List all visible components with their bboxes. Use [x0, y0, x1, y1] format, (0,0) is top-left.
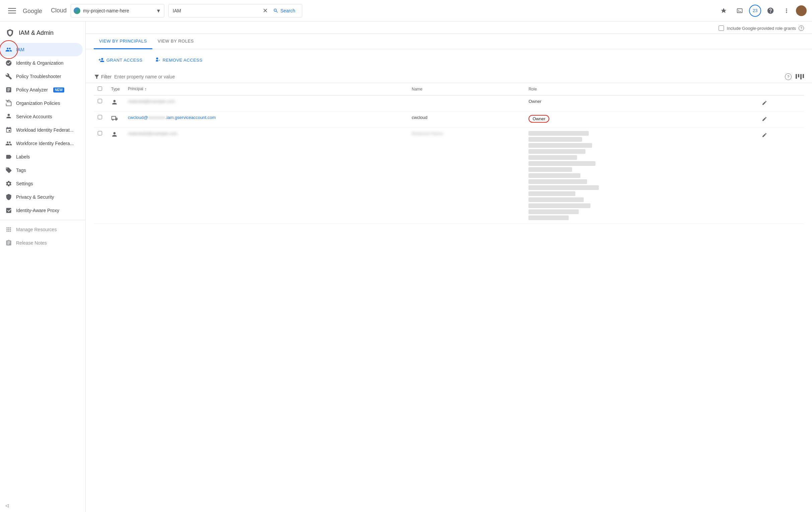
columns-toggle[interactable]: [795, 74, 804, 79]
row1-role: Owner: [524, 96, 756, 112]
row2-type: [107, 112, 124, 128]
sidebar-item-policy-analyzer[interactable]: Policy Analyzer NEW: [0, 83, 83, 97]
sidebar-item-labels[interactable]: Labels: [0, 150, 83, 163]
project-selector[interactable]: my-project-name-here ▾: [70, 4, 164, 18]
blurred-role-13: [528, 204, 590, 208]
tab-view-by-roles[interactable]: VIEW BY ROLES: [152, 34, 199, 49]
person-icon: [111, 99, 118, 106]
filter-help-icon[interactable]: ?: [785, 73, 791, 80]
type-col-label: Type: [111, 87, 120, 91]
hamburger-icon: [8, 7, 16, 15]
sidebar-item-label-proxy: Identity-Aware Proxy: [16, 208, 59, 213]
filter-text: Filter: [101, 74, 112, 79]
sidebar-item-org-policies[interactable]: Organization Policies: [0, 97, 83, 110]
filter-input[interactable]: [114, 74, 450, 79]
policy-analyzer-icon: [5, 86, 12, 93]
row1-checkbox-cell: [94, 96, 107, 112]
sidebar-item-privacy-security[interactable]: Privacy & Security: [0, 190, 83, 204]
sidebar-item-label-iam: IAM: [16, 47, 24, 52]
more-vert-icon: [783, 7, 790, 14]
row2-principal: cwcloud@xxxxxxxx.iam.gserviceaccount.com: [124, 112, 408, 128]
google-cloud-logo[interactable]: Google Cloud: [23, 7, 67, 15]
more-options-button[interactable]: [780, 4, 793, 18]
help-button[interactable]: [764, 4, 777, 18]
tab-principals-label: VIEW BY PRINCIPALS: [99, 38, 147, 44]
row1-checkbox[interactable]: [98, 99, 102, 103]
sidebar-title: IAM & Admin: [19, 29, 54, 36]
iam-nav-icon: [5, 46, 12, 53]
sidebar-item-tags[interactable]: Tags: [0, 163, 83, 177]
blurred-role-15: [528, 215, 569, 220]
sidebar-item-identity-proxy[interactable]: Identity-Aware Proxy: [0, 204, 83, 217]
sidebar-item-label-tags: Tags: [16, 167, 26, 173]
header-actions: [756, 83, 804, 96]
hamburger-button[interactable]: [5, 4, 19, 18]
project-icon: [74, 7, 80, 14]
sidebar-item-workforce-identity[interactable]: Workforce Identity Federa...: [0, 137, 83, 150]
row3-edit-button[interactable]: [760, 131, 768, 140]
tab-view-by-principals[interactable]: VIEW BY PRINCIPALS: [94, 34, 152, 49]
manage-resources-icon: [5, 226, 12, 233]
sidebar-item-label-analyzer: Policy Analyzer: [16, 87, 48, 92]
identity-proxy-icon: [5, 207, 12, 214]
release-notes-icon: [5, 240, 12, 246]
include-grants-help-icon: ?: [799, 25, 804, 31]
sidebar-item-manage-resources[interactable]: Manage Resources: [0, 223, 83, 236]
row3-principal: redacted2@example.com: [124, 128, 408, 224]
include-grants-checkbox[interactable]: [719, 25, 724, 31]
sidebar-item-policy-troubleshooter[interactable]: Policy Troubleshooter: [0, 70, 83, 83]
app-layout: IAM & Admin IAM Identity & Organization: [0, 22, 812, 512]
row3-name: Redacted Name: [408, 128, 524, 224]
topbar-icons: 23: [717, 4, 807, 18]
principals-table: Type Principal ↑ Name Role: [94, 83, 804, 224]
grant-access-button[interactable]: GRANT ACCESS: [94, 55, 147, 65]
sidebar-item-workload-identity[interactable]: Workload Identity Federat...: [0, 123, 83, 137]
search-button[interactable]: Search: [270, 6, 298, 16]
svg-text:Google: Google: [23, 8, 42, 15]
search-label: Search: [281, 8, 295, 14]
row2-checkbox[interactable]: [98, 115, 102, 119]
remove-access-button[interactable]: REMOVE ACCESS: [150, 55, 207, 65]
add-person-icon: [98, 57, 105, 63]
sidebar-item-identity-org[interactable]: Identity & Organization: [0, 56, 83, 70]
gemini-button[interactable]: [717, 4, 730, 18]
grant-access-label: GRANT ACCESS: [107, 58, 143, 63]
row1-edit-button[interactable]: [760, 99, 768, 108]
new-badge: NEW: [53, 87, 64, 92]
tab-roles-label: VIEW BY ROLES: [158, 38, 194, 44]
view-tabs: VIEW BY PRINCIPALS VIEW BY ROLES: [86, 34, 812, 49]
sidebar-item-iam[interactable]: IAM: [0, 43, 83, 56]
org-policies-icon: [5, 100, 12, 107]
sidebar-item-settings[interactable]: Settings: [0, 177, 83, 190]
sidebar-collapse-btn[interactable]: ◁: [0, 499, 85, 512]
sidebar-item-label-manage: Manage Resources: [16, 227, 57, 232]
user-avatar[interactable]: [796, 5, 807, 16]
sidebar-item-label-workload: Workload Identity Federat...: [16, 127, 74, 133]
edit-icon: [762, 116, 767, 122]
sidebar-item-label-identity: Identity & Organization: [16, 60, 64, 66]
owner-badge-highlighted: Owner: [528, 115, 549, 123]
clear-search-icon[interactable]: ✕: [263, 8, 268, 14]
settings-icon: [5, 180, 12, 187]
header-checkbox-cell: [94, 83, 107, 96]
select-all-checkbox[interactable]: [98, 86, 102, 91]
main-content: Include Google-provided role grants ? VI…: [86, 22, 812, 512]
sidebar-divider: [0, 220, 85, 220]
row1-edit-cell: [756, 96, 804, 112]
blurred-role-4: [528, 149, 585, 154]
terminal-button[interactable]: [733, 4, 746, 18]
filter-bar: Filter ?: [86, 71, 812, 83]
blurred-role-10: [528, 185, 599, 190]
table-row: cwcloud@xxxxxxxx.iam.gserviceaccount.com…: [94, 112, 804, 128]
notifications-badge[interactable]: 23: [749, 5, 761, 17]
sidebar-item-service-accounts[interactable]: Service Accounts: [0, 110, 83, 123]
search-input[interactable]: [173, 8, 263, 14]
row2-edit-button[interactable]: [760, 115, 768, 124]
header-principal[interactable]: Principal ↑: [124, 83, 408, 96]
blurred-role-5: [528, 155, 577, 160]
blurred-role-1: [528, 131, 589, 136]
row2-name: cwcloud: [408, 112, 524, 128]
sidebar-item-release-notes[interactable]: Release Notes: [0, 236, 83, 250]
main-header: Include Google-provided role grants ?: [86, 22, 812, 34]
row3-checkbox[interactable]: [98, 131, 102, 135]
